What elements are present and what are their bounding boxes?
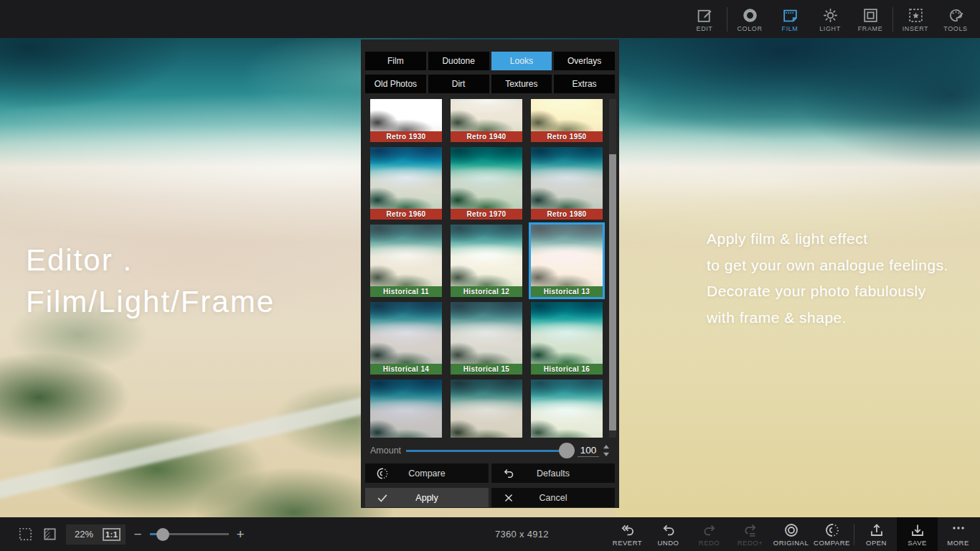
panel-buttons: Compare Defaults Apply Cancel [365,463,615,507]
filter-thumb[interactable] [531,380,603,438]
defaults-button[interactable]: Defaults [491,463,615,483]
filter-thumb-historical-14[interactable]: Historical 14 [370,302,442,375]
statusbar: 22% 1:1 − + 7360 x 4912 REVERT UNDO REDO… [0,517,980,551]
tab-film[interactable]: Film [365,52,426,70]
statusbar-action-redo[interactable]: REDO [689,517,730,551]
statusbar-action-open[interactable]: OPEN [856,517,897,551]
filter-thumb-retro-1930[interactable]: Retro 1930 [370,99,442,142]
zoom-slider-thumb[interactable] [156,528,169,541]
panel-button-label: Cancel [491,488,615,507]
topbar-item-label: LIGHT [819,25,841,32]
save-icon [909,522,926,539]
topbar-item-film[interactable]: FILM [770,6,810,32]
filter-thumb-retro-1940[interactable]: Retro 1940 [451,99,522,142]
filter-thumb-historical-11[interactable]: Historical 11 [370,225,442,297]
image-size-readout: 7360 x 4912 [495,517,549,551]
topbar-item-color[interactable]: COLOR [730,6,770,32]
statusbar-action-label: OPEN [866,539,887,547]
zoom-one-to-one-button[interactable]: 1:1 [103,528,121,541]
cancel-button[interactable]: Cancel [491,488,615,507]
panel-button-label: Compare [365,463,489,483]
filter-thumb-tint [451,99,522,131]
filter-thumb-retro-1960[interactable]: Retro 1960 [370,147,442,220]
filter-thumb-tint [451,147,522,209]
filter-thumbnail-grid: Retro 1930 Retro 1940 Retro 1950 Retro 1… [370,99,603,438]
statusbar-actions: REVERT UNDO REDO REDO+ ORIGINAL COMPARE … [607,517,979,551]
topbar-item-label: FRAME [858,25,883,32]
amount-label: Amount [370,446,406,456]
tab-overlays[interactable]: Overlays [554,52,615,70]
filter-thumb-historical-13[interactable]: Historical 13 [531,225,603,297]
original-icon [783,522,800,539]
filter-thumb-tint [370,147,442,209]
statusbar-action-undo[interactable]: UNDO [648,517,689,551]
redo-plus-icon [742,522,759,539]
tab-dirt[interactable]: Dirt [428,75,489,93]
light-icon [821,6,839,24]
topbar-item-frame[interactable]: FRAME [850,6,890,32]
tab-textures[interactable]: Textures [491,75,552,93]
filter-thumb-historical-15[interactable]: Historical 15 [451,302,522,375]
statusbar-action-redo[interactable]: REDO+ [730,517,771,551]
marquee-select-icon[interactable] [17,526,34,542]
tab-extras[interactable]: Extras [554,75,615,93]
tab-old-photos[interactable]: Old Photos [365,75,426,93]
zoom-slider[interactable] [150,527,229,542]
statusbar-action-original[interactable]: ORIGINAL [771,517,811,551]
amount-row: Amount 100 [370,441,611,460]
redo-icon [701,522,718,539]
filter-thumb-tint [531,380,603,438]
filter-thumb-retro-1980[interactable]: Retro 1980 [531,147,603,220]
amount-slider-thumb[interactable] [559,443,575,458]
filter-thumb-retro-1950[interactable]: Retro 1950 [531,99,603,142]
caption-line: Decorate your photo fabulously [707,278,948,305]
panel-button-label: Defaults [491,463,615,483]
scrollbar[interactable] [609,99,616,438]
filter-thumbnail-list: Retro 1930 Retro 1940 Retro 1950 Retro 1… [361,99,619,438]
amount-value[interactable]: 100 [578,445,599,457]
filter-thumb-tint [370,225,442,286]
filter-thumb-label: Retro 1970 [451,209,522,220]
topbar-item-tools[interactable]: TOOLS [936,6,976,32]
topbar-item-edit[interactable]: EDIT [684,6,725,32]
amount-spinner[interactable] [603,443,611,458]
tab-duotone[interactable]: Duotone [428,52,489,70]
filter-thumb-tint [370,380,442,438]
topbar-item-label: FILM [782,25,798,32]
filter-thumb-label: Historical 11 [370,286,442,297]
caption-line: with frame & shape. [707,305,948,331]
filter-thumb-historical-12[interactable]: Historical 12 [451,225,522,297]
tab-looks[interactable]: Looks [491,52,552,70]
filter-thumb[interactable] [370,380,442,438]
zoom-in-button[interactable]: + [237,527,245,541]
amount-slider[interactable] [406,441,572,460]
compare-button[interactable]: Compare [365,463,489,483]
split-view-icon[interactable] [42,526,58,542]
topbar-item-label: EDIT [697,25,713,32]
filter-thumb-retro-1970[interactable]: Retro 1970 [451,147,522,220]
filter-thumb-label: Retro 1960 [370,209,442,220]
beach-path [0,388,405,501]
filter-thumb-label: Historical 16 [531,364,603,375]
scrollbar-thumb[interactable] [609,154,616,430]
topbar-item-insert[interactable]: INSERT [895,6,936,32]
zoom-level-box: 22% 1:1 [66,524,126,545]
filter-thumb-label: Retro 1950 [531,131,603,142]
statusbar-action-compare[interactable]: COMPARE [811,517,852,551]
filter-thumb-label: Retro 1980 [531,209,603,220]
statusbar-action-revert[interactable]: REVERT [607,517,648,551]
panel-button-label: Apply [365,488,489,507]
filter-thumb-label: Historical 14 [370,364,442,375]
zoom-out-button[interactable]: − [133,527,141,541]
topbar-item-light[interactable]: LIGHT [810,6,850,32]
filter-preview-tint [616,167,980,517]
caption-line: Apply film & light effect [707,226,948,253]
insert-icon [907,6,925,24]
filter-thumb[interactable] [451,380,522,438]
statusbar-action-more[interactable]: MORE [938,517,979,551]
filter-thumb-tint [451,302,522,364]
filter-thumb-historical-16[interactable]: Historical 16 [531,302,603,375]
apply-button[interactable]: Apply [365,488,489,507]
edit-icon [696,6,714,24]
statusbar-action-save[interactable]: SAVE [897,517,938,551]
